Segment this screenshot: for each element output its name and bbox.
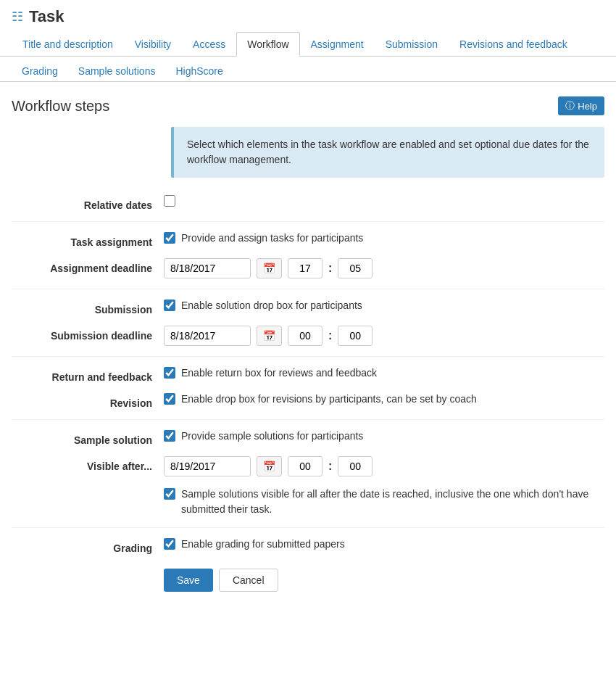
- tab-highscore[interactable]: HighScore: [165, 61, 233, 81]
- page-header: ☷ Task Title and description Visibility …: [0, 0, 616, 57]
- tab-grading[interactable]: Grading: [12, 61, 68, 81]
- time-separator-1: :: [328, 262, 332, 275]
- task-assignment-description: Provide and assign tasks for participant…: [181, 232, 363, 244]
- tab-title-description[interactable]: Title and description: [12, 32, 124, 56]
- submission-row: Submission Enable solution drop box for …: [12, 300, 604, 315]
- submission-deadline-row: Submission deadline 📅 :: [12, 326, 604, 346]
- grading-label: Grading: [12, 538, 164, 554]
- return-feedback-label: Return and feedback: [12, 367, 164, 383]
- page-title: Task: [29, 7, 64, 26]
- info-box-text: Select which elements in the task workfl…: [187, 139, 589, 165]
- secondary-tabs: Grading Sample solutions HighScore: [0, 57, 616, 82]
- visible-after-calendar-button[interactable]: 📅: [257, 456, 282, 476]
- visible-after-note-checkbox[interactable]: [164, 488, 175, 500]
- visible-after-label: Visible after...: [12, 456, 164, 472]
- submission-description: Enable solution drop box for participant…: [181, 300, 362, 311]
- return-feedback-control: Enable return box for reviews and feedba…: [164, 367, 604, 379]
- section-title: Workflow steps: [12, 98, 109, 115]
- action-buttons: Save Cancel: [164, 569, 604, 592]
- tab-workflow[interactable]: Workflow: [236, 32, 299, 57]
- grading-row: Grading Enable grading for submitted pap…: [12, 538, 604, 554]
- help-label: Help: [578, 101, 597, 112]
- tab-visibility[interactable]: Visibility: [124, 32, 182, 56]
- sample-solution-label: Sample solution: [12, 430, 164, 446]
- assignment-deadline-calendar-button[interactable]: 📅: [257, 258, 282, 278]
- grading-checkbox[interactable]: [164, 538, 175, 550]
- task-assignment-checkbox-row: Provide and assign tasks for participant…: [164, 232, 363, 244]
- tab-submission[interactable]: Submission: [375, 32, 449, 56]
- tab-assignment[interactable]: Assignment: [300, 32, 375, 56]
- time-separator-3: :: [328, 460, 332, 473]
- main-content: Workflow steps ⓘ Help Select which eleme…: [0, 82, 616, 606]
- visible-after-note-empty-label: [12, 487, 164, 491]
- grading-checkbox-row: Enable grading for submitted papers: [164, 538, 345, 550]
- submission-deadline-date[interactable]: [164, 326, 251, 346]
- sample-solution-description: Provide sample solutions for participant…: [181, 430, 363, 442]
- cancel-button[interactable]: Cancel: [219, 569, 278, 592]
- visible-after-row: Visible after... 📅 :: [12, 456, 604, 476]
- tab-revisions-feedback[interactable]: Revisions and feedback: [449, 32, 578, 56]
- revision-row: Revision Enable drop box for revisions b…: [12, 393, 604, 409]
- visible-after-control: 📅 :: [164, 456, 604, 476]
- assignment-deadline-hour[interactable]: [288, 258, 322, 278]
- assignment-deadline-control: 📅 :: [164, 258, 604, 278]
- revision-description: Enable drop box for revisions by partici…: [181, 393, 477, 405]
- visible-after-note-control: Sample solutions visible for all after t…: [164, 487, 604, 517]
- assignment-deadline-label: Assignment deadline: [12, 258, 164, 274]
- assignment-deadline-date[interactable]: [164, 258, 251, 278]
- return-feedback-row: Return and feedback Enable return box fo…: [12, 367, 604, 383]
- main-tabs: Title and description Visibility Access …: [12, 32, 604, 56]
- sample-solution-row: Sample solution Provide sample solutions…: [12, 430, 604, 446]
- relative-dates-label: Relative dates: [12, 195, 164, 211]
- submission-deadline-minute[interactable]: [338, 326, 372, 346]
- save-button[interactable]: Save: [164, 569, 213, 592]
- visible-after-minute[interactable]: [338, 456, 372, 476]
- revision-checkbox[interactable]: [164, 393, 175, 405]
- sample-solution-checkbox-row: Provide sample solutions for participant…: [164, 430, 363, 442]
- tab-access[interactable]: Access: [182, 32, 236, 56]
- task-assignment-checkbox[interactable]: [164, 232, 175, 244]
- grading-control: Enable grading for submitted papers: [164, 538, 604, 550]
- visible-after-note-text: Sample solutions visible for all after t…: [181, 487, 604, 517]
- sample-solution-checkbox[interactable]: [164, 430, 175, 442]
- help-button[interactable]: ⓘ Help: [558, 96, 604, 115]
- sample-solution-control: Provide sample solutions for participant…: [164, 430, 604, 442]
- revision-checkbox-row: Enable drop box for revisions by partici…: [164, 393, 477, 405]
- relative-dates-row: Relative dates: [12, 195, 604, 211]
- submission-checkbox-row: Enable solution drop box for participant…: [164, 300, 362, 311]
- submission-checkbox[interactable]: [164, 300, 175, 311]
- relative-dates-control: [164, 195, 604, 207]
- visible-after-hour[interactable]: [288, 456, 322, 476]
- submission-control: Enable solution drop box for participant…: [164, 300, 604, 311]
- visible-after-date[interactable]: [164, 456, 251, 476]
- visible-after-note-checkbox-row: Sample solutions visible for all after t…: [164, 487, 604, 517]
- task-icon: ☷: [12, 9, 23, 25]
- info-box: Select which elements in the task workfl…: [171, 127, 604, 178]
- revision-control: Enable drop box for revisions by partici…: [164, 393, 604, 405]
- page-title-container: ☷ Task: [12, 7, 604, 26]
- submission-deadline-hour[interactable]: [288, 326, 322, 346]
- submission-deadline-label: Submission deadline: [12, 326, 164, 342]
- relative-dates-checkbox[interactable]: [164, 195, 175, 207]
- task-assignment-control: Provide and assign tasks for participant…: [164, 232, 604, 244]
- section-header: Workflow steps ⓘ Help: [12, 96, 604, 115]
- submission-deadline-control: 📅 :: [164, 326, 604, 346]
- help-icon: ⓘ: [565, 99, 575, 112]
- time-separator-2: :: [328, 329, 332, 342]
- return-feedback-checkbox-row: Enable return box for reviews and feedba…: [164, 367, 377, 379]
- return-feedback-checkbox[interactable]: [164, 367, 175, 379]
- revision-label: Revision: [12, 393, 164, 409]
- assignment-deadline-minute[interactable]: [338, 258, 372, 278]
- tab-sample-solutions[interactable]: Sample solutions: [68, 61, 166, 81]
- return-feedback-description: Enable return box for reviews and feedba…: [181, 367, 377, 379]
- assignment-deadline-row: Assignment deadline 📅 :: [12, 258, 604, 278]
- grading-description: Enable grading for submitted papers: [181, 538, 345, 550]
- submission-label: Submission: [12, 300, 164, 315]
- visible-after-note-row: Sample solutions visible for all after t…: [12, 487, 604, 517]
- submission-deadline-calendar-button[interactable]: 📅: [257, 326, 282, 346]
- task-assignment-label: Task assignment: [12, 232, 164, 248]
- task-assignment-row: Task assignment Provide and assign tasks…: [12, 232, 604, 248]
